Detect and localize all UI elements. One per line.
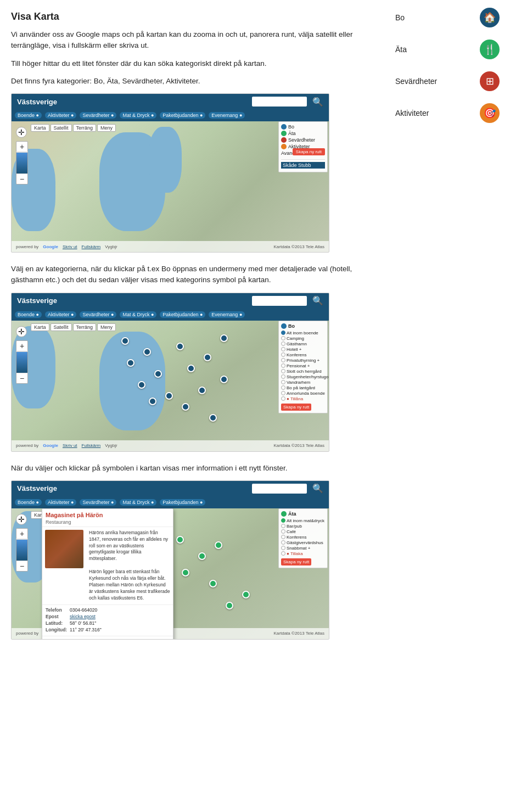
- sidebar-category-aktiviteter[interactable]: Aktiviteter 🎯: [395, 101, 500, 125]
- nav-boende[interactable]: Boende ●: [15, 112, 42, 119]
- map3-controls[interactable]: ✛ + −: [16, 514, 28, 572]
- map-type-satellit[interactable]: Satellit: [51, 124, 72, 132]
- map-screenshot-3[interactable]: Västsverige 🔍 Boende ● Aktiviteter ● Sev…: [11, 480, 329, 640]
- map3-pin-7[interactable]: [226, 602, 233, 609]
- sidebar2-hotell[interactable]: Hotell +: [281, 347, 325, 352]
- map-type-terrang[interactable]: Terräng: [73, 124, 97, 132]
- map2-type-satellit[interactable]: Satellit: [51, 323, 72, 331]
- map3-zoom-box[interactable]: + −: [16, 528, 28, 572]
- nav-evenemang[interactable]: Evenemang ●: [209, 112, 245, 119]
- map3-pin-2[interactable]: [198, 552, 206, 560]
- map-type-karta[interactable]: Karta: [31, 124, 49, 132]
- sidebar3-gastgiver[interactable]: Gästgivervärdshus: [281, 540, 325, 545]
- map2-type-karta[interactable]: Karta: [31, 323, 49, 331]
- map-zoom-out[interactable]: −: [16, 174, 28, 184]
- map2-zoom-in[interactable]: +: [16, 341, 28, 351]
- nav-paket[interactable]: Paketbjudanden ●: [160, 112, 205, 119]
- map1-skriv-ut[interactable]: Skriv ut: [63, 244, 77, 249]
- map2-nav-paket[interactable]: Paketbjudanden ●: [160, 311, 205, 318]
- sidebar-icon-sevardheter[interactable]: ⊞: [480, 71, 500, 91]
- map-pin-1[interactable]: [121, 337, 129, 345]
- map3-nav-paket[interactable]: Paketbjudanden ●: [160, 499, 205, 506]
- map2-fullskarm[interactable]: Fullskärm: [82, 443, 101, 448]
- map-pin-13[interactable]: [198, 387, 206, 394]
- sidebar-icon-aktiviteter[interactable]: 🎯: [480, 103, 500, 123]
- map-controls[interactable]: ✛ + −: [16, 127, 28, 184]
- map2-nav-aktiviteter[interactable]: Aktiviteter ●: [45, 311, 76, 318]
- map2-skriv-ut[interactable]: Skriv ut: [63, 443, 77, 448]
- map2-search-bar[interactable]: [252, 296, 307, 306]
- create-route-btn-1[interactable]: Skapa ny rutt: [293, 148, 325, 155]
- map2-nav-boende[interactable]: Boende ●: [15, 311, 42, 318]
- map3-nav-sevardheter[interactable]: Sevärdheter ●: [80, 499, 116, 506]
- map3-zoom-in[interactable]: +: [16, 529, 28, 539]
- map2-sidebar-bo-label[interactable]: Bo: [288, 323, 295, 329]
- sidebar2-pensionat[interactable]: Pensionat +: [281, 363, 325, 368]
- map-pin-5[interactable]: [154, 370, 162, 378]
- map-type-meny[interactable]: Meny: [97, 124, 116, 132]
- map3-nav-boende[interactable]: Boende ●: [15, 499, 42, 506]
- sidebar3-tillaka[interactable]: ● Tillaka: [281, 551, 325, 556]
- sidebar3-alt-mat[interactable]: Alt inom mat&dryck: [281, 518, 325, 523]
- map3-zoom-slider[interactable]: [16, 539, 27, 561]
- map-pin-8[interactable]: [187, 365, 195, 372]
- map-zoom-slider[interactable]: [16, 152, 27, 174]
- nav-sevardheter[interactable]: Sevärdheter ●: [80, 112, 116, 119]
- sidebar2-stugor[interactable]: Stugenheter/hyrstugor: [281, 374, 325, 379]
- sidebar-category-sevardheter[interactable]: Sevärdheter ⊞: [395, 69, 500, 93]
- map3-search-bar[interactable]: [252, 484, 307, 494]
- map2-zoom-box[interactable]: + −: [16, 340, 28, 384]
- sidebar-category-ata[interactable]: Äta 🍴: [395, 37, 500, 61]
- map-pin-3[interactable]: [127, 359, 134, 367]
- sidebar2-vandrarhem[interactable]: Vandrarhem: [281, 380, 325, 385]
- popup-value-epost[interactable]: skicka epost: [70, 614, 96, 619]
- map3-pin-3[interactable]: [182, 569, 189, 576]
- sidebar2-privatuth[interactable]: Privatuthyrning +: [281, 358, 325, 363]
- map2-nav-evenemang[interactable]: Evenemang ●: [209, 311, 245, 318]
- map3-pin-5[interactable]: [209, 580, 217, 587]
- create-route-btn-3[interactable]: Skapa ny rutt: [281, 558, 311, 565]
- map3-pin-4[interactable]: [215, 541, 222, 549]
- map3-nav-mat[interactable]: Mat & Dryck ●: [120, 499, 156, 506]
- map-pin-14[interactable]: [209, 414, 217, 422]
- map-screenshot-1[interactable]: Västsverige 🔍 Boende ● Aktiviteter ● Sev…: [11, 93, 329, 253]
- map-pin-12[interactable]: [220, 376, 228, 383]
- map-zoom-box[interactable]: + −: [16, 141, 28, 184]
- nav-mat[interactable]: Mat & Dryck ●: [120, 112, 156, 119]
- sidebar-item-ata[interactable]: Äta: [281, 131, 325, 136]
- sidebar2-gasthamn[interactable]: Gästhamn: [281, 341, 325, 346]
- sidebar2-konferens[interactable]: Konferens: [281, 352, 325, 357]
- map-pin-4[interactable]: [176, 343, 184, 350]
- map3-sidebar-ata-label[interactable]: Äta: [288, 511, 296, 517]
- map-zoom-in[interactable]: +: [16, 142, 28, 152]
- sidebar-item-bo[interactable]: Bo: [281, 124, 325, 130]
- map3-zoom-out[interactable]: −: [16, 561, 28, 571]
- map-pin-11[interactable]: [220, 334, 228, 342]
- map3-pin-6[interactable]: [242, 591, 250, 598]
- map1-fullskarm[interactable]: Fullskärm: [82, 244, 101, 249]
- sidebar-icon-ata[interactable]: 🍴: [480, 40, 500, 59]
- map2-type-terrang[interactable]: Terräng: [73, 323, 97, 331]
- map3-pin-1[interactable]: [176, 536, 184, 544]
- sidebar-icon-bo[interactable]: 🏠: [480, 8, 500, 27]
- map-pin-9[interactable]: [182, 403, 189, 411]
- map2-nav-mat[interactable]: Mat & Dryck ●: [120, 311, 156, 318]
- sidebar3-barpub[interactable]: Bar/pub: [281, 524, 325, 529]
- map2-zoom-slider[interactable]: [16, 351, 27, 373]
- sidebar-item-sevardheter[interactable]: Sevärdheter: [281, 137, 325, 143]
- map-pin-7[interactable]: [165, 392, 173, 400]
- map-search-bar[interactable]: [252, 97, 307, 107]
- sidebar2-lantgard[interactable]: Bo på lantgård: [281, 385, 325, 390]
- map2-zoom-out[interactable]: −: [16, 373, 28, 383]
- map-screenshot-2[interactable]: Västsverige 🔍 Boende ● Aktiviteter ● Sev…: [11, 293, 329, 452]
- sidebar2-camping[interactable]: Camping: [281, 336, 325, 341]
- map-pin-2[interactable]: [143, 348, 151, 356]
- sidebar2-slott[interactable]: Slott och herrgård: [281, 369, 325, 374]
- sidebar2-alt-boende[interactable]: Alt inom boende: [281, 331, 325, 335]
- sidebar-category-bo[interactable]: Bo 🏠: [395, 5, 500, 30]
- map2-nav-sevardheter[interactable]: Sevärdheter ●: [80, 311, 116, 318]
- map3-nav-aktiviteter[interactable]: Aktiviteter ●: [45, 499, 76, 506]
- map-pin-6[interactable]: [138, 381, 145, 389]
- map2-meny[interactable]: Meny: [97, 323, 116, 331]
- sidebar2-annorlunda[interactable]: Annorlunda boende: [281, 391, 325, 396]
